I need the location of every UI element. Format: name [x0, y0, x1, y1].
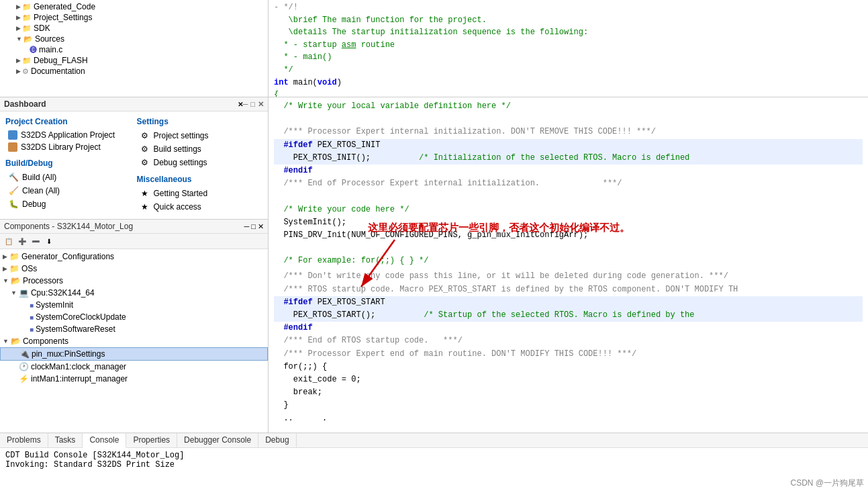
pin-icon: 🔌	[19, 349, 30, 359]
comp-item-pinmux[interactable]: 🔌 pin_mux:PinSettings	[0, 347, 268, 361]
console-content: CDT Build Console [S32K144_Motor_Log] In…	[0, 448, 868, 493]
tree-label: SDK	[34, 24, 50, 33]
comp-item-generator[interactable]: ▶ 📁 Generator_Configurations	[0, 251, 268, 263]
close-icon[interactable]: ✕	[258, 100, 264, 109]
bottom-area: Problems Tasks Console Properties Debugg…	[0, 433, 868, 493]
annotation-arrow	[354, 230, 556, 310]
item-label: Clean (All)	[22, 186, 60, 195]
code-line-break: break;	[274, 386, 863, 399]
clean-all[interactable]: 🧹 Clean (All)	[5, 184, 132, 197]
folder-icon: 📁	[9, 264, 19, 273]
dashboard-controls: ─ □ ✕	[243, 100, 264, 109]
build-all[interactable]: 🔨 Build (All)	[5, 171, 132, 184]
split-view: Dashboard ✕ ─ □ ✕ Project Creation	[0, 97, 868, 433]
comp-item-clockman[interactable]: 🕐 clockMan1:clock_manager	[0, 361, 268, 373]
tree-item-generated-code[interactable]: ▶ 📁 Generated_Code	[0, 1, 268, 12]
debug-settings-icon: ⚙	[140, 157, 150, 168]
comp-item-systemreset[interactable]: ■ SystemSoftwareReset	[0, 323, 268, 335]
comp-minimize[interactable]: ─	[244, 222, 250, 230]
build-settings[interactable]: ⚙ Build settings	[137, 142, 263, 156]
tree-item-sources[interactable]: ▼ 📂 Sources	[0, 34, 268, 44]
folder-icon: 📁	[22, 24, 32, 33]
code-line-pex-init: PEX_RTOS_INIT(); /* Initialization of th…	[274, 152, 863, 165]
expand-arrow: ▶	[16, 57, 21, 64]
debug-item[interactable]: 🐛 Debug	[5, 197, 132, 211]
build-debug-title: Build/Debug	[5, 159, 132, 168]
watermark: CSDN @一片狗尾草	[790, 478, 864, 489]
expand-arrow-down: ▼	[3, 277, 9, 284]
code-line-brace-open: {	[274, 89, 863, 97]
s32ds-app-project[interactable]: S32DS Application Project	[5, 129, 132, 141]
comp-item-oss[interactable]: ▶ 📁 OSs	[0, 263, 268, 275]
tab-tasks[interactable]: Tasks	[48, 433, 83, 447]
comp-item-systemcoreclock[interactable]: ■ SystemCoreClockUpdate	[0, 311, 268, 323]
folder-icon: 📁	[22, 13, 32, 22]
code-line-endif: #endif	[274, 165, 863, 177]
code-line-end-rtos: /*** End of RTOS startup code. ***/	[274, 334, 863, 347]
folder-open-icon: 📂	[11, 337, 21, 346]
quick-access[interactable]: ★ Quick access	[137, 200, 263, 214]
item-label: Debug	[22, 199, 46, 209]
components-header: Components - S32K144_Motor_Log ─ □ ✕	[0, 220, 268, 234]
tree-item-debug-flash[interactable]: ▶ 📁 Debug_FLASH	[0, 55, 268, 66]
tab-problems[interactable]: Problems	[0, 433, 48, 447]
toolbar-btn-2[interactable]: ➕	[16, 235, 28, 247]
debug-settings[interactable]: ⚙ Debug settings	[137, 156, 263, 169]
code-content: /* Write your local variable definition …	[274, 100, 863, 404]
item-label: Components	[23, 337, 68, 346]
tree-item-main-c[interactable]: 🅒 main.c	[0, 44, 268, 55]
project-settings[interactable]: ⚙ Project settings	[137, 129, 263, 142]
tree-item-project-settings[interactable]: ▶ 📁 Project_Settings	[0, 12, 268, 23]
expand-arrow: ▶	[16, 14, 21, 21]
annotation-area: /*** Don't write any code pass this line…	[274, 270, 863, 404]
comp-small-icon: ■	[30, 314, 34, 321]
left-panel: Dashboard ✕ ─ □ ✕ Project Creation	[0, 97, 269, 433]
comp-restore[interactable]: □	[251, 222, 256, 230]
toolbar-btn-4[interactable]: ⬇	[43, 235, 55, 247]
tab-properties[interactable]: Properties	[126, 433, 177, 447]
dashboard-title: Dashboard	[4, 99, 235, 109]
project-creation-title: Project Creation	[5, 117, 132, 126]
code-line-end-init: /*** End of Processor Expert internal in…	[274, 177, 863, 190]
tab-debug[interactable]: Debug	[258, 433, 296, 447]
code-line-exit: exit_code = 0;	[274, 373, 863, 386]
s32ds-lib-project[interactable]: S32DS Library Project	[5, 141, 132, 153]
code-line-ifdef: #ifdef PEX_RTOS_INIT	[274, 139, 863, 152]
tree-item-documentation[interactable]: ▶ ⚙ Documentation	[0, 66, 268, 77]
minimize-icon[interactable]: ─	[243, 100, 248, 109]
getting-started[interactable]: ★ Getting Started	[137, 187, 263, 200]
dashboard-content: Project Creation S32DS Application Proje…	[0, 111, 268, 219]
code-line-details: \details The startup initialization sequ…	[274, 26, 863, 39]
build-settings-icon: ⚙	[140, 144, 150, 154]
expand-arrow-down: ▼	[16, 36, 22, 42]
expand-arrow: ▶	[16, 3, 21, 10]
top-area: ▶ 📁 Generated_Code ▶ 📁 Project_Settings …	[0, 0, 868, 97]
item-label: Processors	[23, 276, 63, 285]
item-label: pin_mux:PinSettings	[32, 349, 105, 359]
folder-icon: 📁	[9, 252, 19, 261]
comp-item-components[interactable]: ▼ 📂 Components	[0, 335, 268, 347]
main-container: ▶ 📁 Generated_Code ▶ 📁 Project_Settings …	[0, 0, 868, 493]
code-line-brief: \brief The main function for the project…	[274, 14, 863, 27]
comp-item-systeminit[interactable]: ■ SystemInit	[0, 299, 268, 311]
console-line1: CDT Build Console [S32K144_Motor_Log]	[5, 451, 863, 460]
toolbar-btn-3[interactable]: ➖	[30, 235, 42, 247]
comp-close[interactable]: ✕	[258, 222, 264, 231]
misc-title: Miscellaneous	[137, 175, 263, 184]
item-label: Build settings	[154, 144, 201, 154]
folder-open-icon: 📂	[11, 276, 21, 285]
item-label: OSs	[21, 264, 37, 273]
tab-debugger-console[interactable]: Debugger Console	[177, 433, 258, 447]
comp-item-intman[interactable]: ⚡ intMan1:interrupt_manager	[0, 373, 268, 385]
maximize-icon[interactable]: □	[250, 100, 255, 109]
code-editor[interactable]: /* Write your local variable definition …	[269, 97, 868, 433]
code-line-startup: * - startup asm routine	[274, 39, 863, 52]
comp-item-cpu[interactable]: ▼ 💻 Cpu:S32K144_64	[0, 287, 268, 299]
comp-item-processors[interactable]: ▼ 📂 Processors	[0, 275, 268, 287]
code-line-pex-start: PEX_RTOS_START(); /* Startup of the sele…	[274, 309, 863, 322]
tree-item-sdk[interactable]: ▶ 📁 SDK	[0, 23, 268, 34]
expand-arrow-down: ▼	[11, 289, 17, 296]
tab-console[interactable]: Console	[83, 433, 126, 448]
item-label: Generator_Configurations	[21, 252, 114, 261]
toolbar-btn-1[interactable]: 📋	[3, 235, 15, 247]
